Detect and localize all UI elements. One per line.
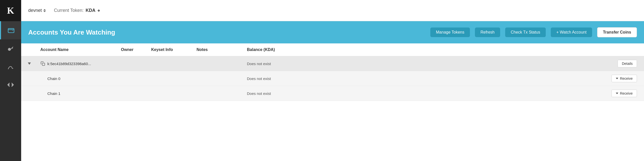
banner: Accounts You Are Watching Manage Tokens … [21, 21, 644, 43]
table-row: Chain 1 Does not exist Receive [21, 86, 644, 101]
chain1-receive-button[interactable]: Receive [611, 90, 637, 97]
code-icon [7, 81, 14, 88]
chain0-action-cell: Receive [597, 75, 637, 82]
account-name-text: k:5ec41b89d323398a60... [47, 62, 91, 66]
expand-arrow-icon[interactable] [28, 63, 31, 65]
col-header-expand [28, 47, 40, 52]
sidebar-item-code[interactable] [0, 76, 21, 94]
copy-icon[interactable] [40, 61, 45, 66]
header: devnet Current Token: KDA [21, 0, 644, 21]
account-name-cell: k:5ec41b89d323398a60... [40, 61, 121, 66]
sidebar-item-signature[interactable] [0, 58, 21, 76]
token-chevron-down-icon [98, 11, 100, 12]
token-value-label: KDA [86, 8, 95, 13]
chevron-up-icon [43, 9, 46, 10]
watch-account-button[interactable]: + Watch Account [551, 28, 592, 37]
chain0-receive-button[interactable]: Receive [611, 75, 637, 82]
sidebar-item-wallet[interactable] [0, 21, 21, 39]
signature-icon [7, 63, 14, 70]
table-row: k:5ec41b89d323398a60... Does not exist D… [21, 56, 644, 71]
chevron-down-icon [43, 11, 46, 12]
accounts-table: Account Name Owner Keyset Info Notes Bal… [21, 43, 644, 161]
col-header-owner: Owner [121, 47, 151, 52]
balance-cell: Does not exist [247, 62, 597, 66]
table-row: Chain 0 Does not exist Receive [21, 71, 644, 86]
token-selector[interactable]: Current Token: KDA [54, 8, 100, 13]
chain1-name-cell: Chain 1 [40, 91, 121, 96]
svg-rect-0 [8, 29, 14, 33]
col-header-account-name: Account Name [40, 47, 121, 52]
wallet-icon [8, 27, 15, 34]
receive-down-arrow-icon [616, 78, 618, 79]
svg-rect-2 [42, 63, 45, 66]
keys-icon [7, 45, 14, 52]
col-header-keyset-info: Keyset Info [151, 47, 197, 52]
transfer-coins-button[interactable]: Transfer Coins [597, 27, 637, 37]
chain1-name-text: Chain 1 [47, 91, 60, 96]
details-button[interactable]: Details [618, 60, 637, 67]
token-prefix-label: Current Token: [54, 8, 84, 13]
table-header-row: Account Name Owner Keyset Info Notes Bal… [21, 43, 644, 56]
receive-down-arrow-icon2 [616, 93, 618, 94]
expand-cell [28, 62, 40, 65]
network-label: devnet [28, 8, 42, 13]
chain1-action-cell: Receive [597, 90, 637, 97]
sidebar: K [0, 0, 21, 161]
chain1-balance-cell: Does not exist [247, 91, 597, 96]
chain0-name-cell: Chain 0 [40, 76, 121, 81]
col-header-actions [597, 47, 637, 52]
chain0-balance-cell: Does not exist [247, 76, 597, 81]
chain0-name-text: Chain 0 [47, 76, 60, 81]
col-header-balance: Balance (KDA) [247, 47, 597, 52]
refresh-button[interactable]: Refresh [475, 28, 500, 37]
sidebar-item-keys[interactable] [0, 39, 21, 58]
action-cell: Details [597, 60, 637, 67]
network-selector[interactable]: devnet [28, 8, 46, 13]
banner-title: Accounts You Are Watching [28, 29, 425, 36]
manage-tokens-button[interactable]: Manage Tokens [430, 28, 470, 37]
network-chevron [43, 9, 46, 12]
app-logo: K [0, 0, 21, 21]
check-tx-status-button[interactable]: Check Tx Status [505, 28, 546, 37]
token-chevron [98, 9, 100, 12]
col-header-notes: Notes [197, 47, 247, 52]
main-content: devnet Current Token: KDA Accounts You A… [21, 0, 644, 161]
svg-point-1 [8, 48, 11, 50]
